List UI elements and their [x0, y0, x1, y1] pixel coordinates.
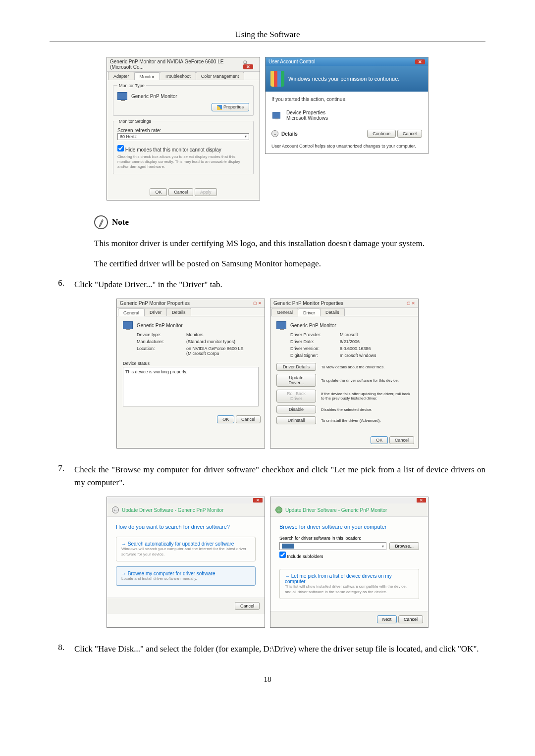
dialog-titlebar: Generic PnP Monitor and NVIDIA GeForce 6… [107, 57, 260, 72]
monitor-type-label: Monitor Type [117, 83, 146, 88]
chevron-down-icon: ▾ [382, 544, 384, 549]
option-browse[interactable]: → Browse my computer for driver software… [116, 566, 256, 586]
tab-details[interactable]: Details [320, 308, 345, 316]
cancel-button[interactable]: Cancel [398, 615, 423, 623]
tab-driver[interactable]: Driver [144, 308, 167, 316]
cancel-button[interactable]: Cancel [236, 415, 261, 423]
close-icon[interactable]: ✕ [417, 498, 426, 503]
close-icon[interactable]: ✕ [415, 59, 425, 64]
device-props-label: Device Properties [286, 110, 328, 115]
step-7-num: 7. [50, 463, 64, 489]
properties-button[interactable]: Properties [212, 103, 249, 111]
device-type-label: Device type: [137, 332, 181, 337]
dialog-title-text: Generic PnP Monitor Properties [120, 301, 190, 306]
tab-color-mgmt[interactable]: Color Management [196, 72, 245, 80]
date-label: Driver Date: [290, 339, 335, 344]
window-controls[interactable]: ▢ ✕ [253, 301, 262, 305]
tab-troubleshoot[interactable]: Troubleshoot [160, 72, 196, 80]
uac-titlebar: User Account Control ✕ [266, 57, 428, 66]
step-6-text: Click "Update Driver..." in the "Driver"… [74, 278, 485, 291]
update-driver-button[interactable]: Update Driver... [276, 374, 316, 387]
device-name: Generic PnP Monitor [137, 323, 183, 328]
step-8-num: 8. [50, 643, 64, 655]
include-subfolders-checkbox[interactable] [279, 552, 286, 558]
uac-started-text: If you started this action, continue. [271, 97, 422, 102]
location-label: Location: [137, 346, 181, 356]
option-search-auto[interactable]: → Search automatically for updated drive… [116, 537, 256, 561]
date-value: 6/21/2006 [340, 339, 412, 344]
ms-windows-label: Microsoft Windows [286, 115, 328, 121]
device-name: Generic PnP Monitor [290, 323, 336, 328]
pnp-general-dialog: Generic PnP Monitor Properties ▢ ✕ Gener… [116, 299, 265, 449]
page-number: 18 [50, 675, 485, 684]
uac-title-text: User Account Control [268, 59, 316, 64]
disable-button[interactable]: Disable [276, 405, 316, 413]
monitor-icon [117, 92, 127, 100]
search-location-label: Search for driver software in this locat… [279, 536, 419, 541]
cancel-button[interactable]: Cancel [389, 436, 414, 444]
monitor-settings-label: Monitor Settings [117, 119, 153, 124]
uac-help-text: User Account Control helps stop unauthor… [271, 144, 422, 149]
device-status-label: Device status [123, 361, 259, 366]
hide-modes-checkbox[interactable] [117, 145, 124, 151]
next-button[interactable]: Next [377, 615, 397, 623]
version-label: Driver Version: [290, 346, 335, 351]
option-desc: This list will show installed driver sof… [285, 584, 414, 595]
option-title: → Let me pick from a list of device driv… [285, 573, 414, 584]
step-6-num: 6. [50, 278, 64, 291]
browse-button[interactable]: Browse... [389, 542, 419, 550]
cancel-button[interactable]: Cancel [168, 188, 193, 196]
manufacturer-value: (Standard monitor types) [186, 339, 259, 344]
back-icon[interactable]: ← [275, 506, 282, 513]
option-desc: Windows will search your computer and th… [121, 547, 250, 557]
dialog-titlebar: Generic PnP Monitor Properties ▢ ✕ [270, 299, 418, 308]
hide-modes-label: Hide modes that this monitor cannot disp… [125, 147, 221, 152]
tab-general[interactable]: General [118, 308, 145, 316]
back-icon[interactable]: ← [112, 506, 119, 513]
ok-button[interactable]: OK [150, 188, 167, 196]
tab-monitor[interactable]: Monitor [134, 72, 160, 80]
chevron-down-icon: ▾ [245, 134, 247, 139]
dialog-titlebar: Generic PnP Monitor Properties ▢ ✕ [117, 299, 265, 308]
tab-adapter[interactable]: Adapter [108, 72, 135, 80]
location-combo[interactable]: ▾ [279, 542, 386, 550]
update-wizard-1: ✕ ← Update Driver Software - Generic PnP… [107, 497, 265, 628]
uac-cancel-button[interactable]: Cancel [397, 130, 422, 138]
uninstall-button[interactable]: Uninstall [276, 416, 316, 424]
update-driver-desc: To update the driver software for this d… [321, 378, 412, 383]
monitor-name: Generic PnP Monitor [131, 94, 177, 99]
note-icon [92, 213, 110, 231]
refresh-rate-select[interactable]: 60 Hertz▾ [117, 133, 249, 140]
rollback-desc: If the device fails after updating the d… [321, 392, 412, 401]
window-controls[interactable]: ▢ ✕ [243, 60, 257, 69]
version-value: 6.0.6000.16386 [340, 346, 412, 351]
device-status-box: This device is working properly. [123, 367, 259, 406]
device-icon [272, 112, 280, 119]
monitor-properties-dialog: Generic PnP Monitor and NVIDIA GeForce 6… [107, 57, 260, 201]
tab-general[interactable]: General [271, 308, 298, 316]
cancel-button[interactable]: Cancel [235, 602, 260, 610]
close-icon[interactable]: ✕ [253, 498, 263, 503]
ok-button[interactable]: OK [371, 436, 388, 444]
tab-driver[interactable]: Driver [298, 308, 321, 316]
monitor-icon [123, 321, 133, 329]
device-type-value: Monitors [186, 332, 259, 337]
apply-button[interactable]: Apply [195, 188, 217, 196]
dialog-title-text: Generic PnP Monitor and NVIDIA GeForce 6… [110, 59, 243, 70]
uninstall-desc: To uninstall the driver (Advanced). [321, 418, 412, 423]
details-label[interactable]: Details [281, 131, 298, 137]
refresh-label: Screen refresh rate: [117, 128, 249, 133]
wizard-crumb: Update Driver Software - Generic PnP Mon… [285, 507, 387, 513]
note-label: Note [112, 217, 129, 227]
wizard-heading: How do you want to search for driver sof… [116, 524, 256, 530]
rollback-button[interactable]: Roll Back Driver [276, 390, 316, 403]
ok-button[interactable]: OK [217, 415, 234, 423]
continue-button[interactable]: Continue [367, 130, 396, 138]
page-header: Using the Software [50, 30, 485, 40]
provider-label: Driver Provider: [290, 332, 335, 337]
driver-details-button[interactable]: Driver Details [276, 363, 316, 371]
expand-icon[interactable]: ⌄ [271, 130, 278, 137]
window-controls[interactable]: ▢ ✕ [407, 301, 415, 305]
option-pick-list[interactable]: → Let me pick from a list of device driv… [279, 569, 419, 599]
tab-details[interactable]: Details [166, 308, 191, 316]
